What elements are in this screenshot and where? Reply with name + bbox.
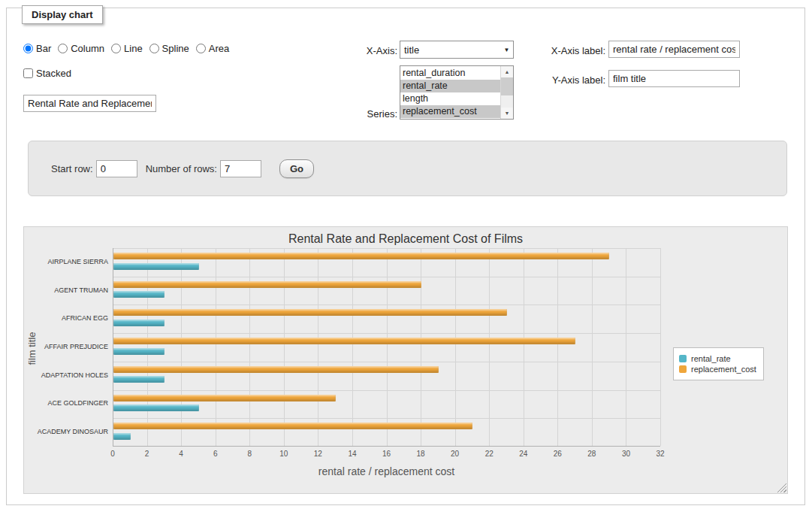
start-row-input[interactable] bbox=[96, 160, 137, 177]
resize-handle-icon[interactable] bbox=[777, 483, 786, 492]
bar-replacement_cost bbox=[113, 281, 421, 288]
bar-rental_rate bbox=[113, 376, 165, 383]
stacked-option[interactable]: Stacked bbox=[23, 68, 71, 79]
x-tick-label: 30 bbox=[614, 450, 637, 458]
chart-title-input[interactable] bbox=[23, 95, 156, 112]
category-label: ACADEMY DINOSAUR bbox=[24, 428, 108, 435]
category-label: ACE GOLDFINGER bbox=[24, 399, 108, 407]
bar-rental_rate bbox=[113, 291, 165, 298]
gridline bbox=[660, 248, 661, 446]
gridline bbox=[181, 248, 182, 446]
display-chart-panel: Display chart BarColumnLineSplineArea St… bbox=[6, 8, 805, 505]
series-listbox[interactable]: rental_durationrental_ratelengthreplacem… bbox=[400, 65, 514, 120]
bar-replacement_cost bbox=[113, 338, 575, 344]
gridline bbox=[592, 248, 593, 446]
legend-swatch-icon bbox=[679, 355, 687, 362]
x-tick-label: 22 bbox=[478, 450, 500, 458]
x-tick-label: 12 bbox=[306, 450, 329, 458]
chart-type-radio[interactable] bbox=[111, 44, 121, 53]
go-button[interactable]: Go bbox=[279, 159, 314, 178]
category-label: AFRICAN EGG bbox=[24, 314, 108, 322]
chart-type-option-line[interactable]: Line bbox=[111, 43, 143, 54]
gridline bbox=[626, 248, 626, 446]
gridline bbox=[113, 248, 660, 249]
bar-replacement_cost bbox=[113, 423, 472, 429]
legend-item[interactable]: replacement_cost bbox=[679, 365, 756, 374]
bar-replacement_cost bbox=[113, 253, 609, 259]
x-axis-label-input[interactable] bbox=[608, 41, 740, 58]
number-of-rows-input[interactable] bbox=[220, 160, 261, 177]
legend-item-label: rental_rate bbox=[691, 354, 731, 363]
chart-type-option-column[interactable]: Column bbox=[58, 43, 104, 54]
bar-replacement_cost bbox=[113, 395, 336, 401]
legend-item-label: replacement_cost bbox=[691, 365, 756, 374]
gridline bbox=[113, 418, 660, 419]
chart-type-radio[interactable] bbox=[58, 44, 68, 53]
chart-type-label: Line bbox=[124, 43, 143, 54]
chart-container: Rental Rate and Replacement Cost of Film… bbox=[23, 226, 788, 494]
gridline bbox=[489, 248, 490, 446]
bar-rental_rate bbox=[113, 348, 165, 355]
x-tick-label: 8 bbox=[238, 450, 261, 458]
gridline bbox=[113, 390, 660, 391]
gridline bbox=[113, 333, 660, 334]
chart-type-radio[interactable] bbox=[23, 44, 33, 53]
legend-swatch-icon bbox=[679, 365, 687, 373]
chart-type-option-area[interactable]: Area bbox=[196, 43, 229, 54]
gridline bbox=[113, 277, 660, 277]
x-tick-label: 10 bbox=[273, 450, 295, 458]
chart-type-label: Spline bbox=[162, 43, 189, 54]
x-axis-selected-value: title bbox=[400, 44, 500, 56]
legend-item[interactable]: rental_rate bbox=[679, 354, 756, 363]
gridline bbox=[421, 248, 421, 446]
chart-type-option-bar[interactable]: Bar bbox=[23, 43, 51, 54]
series-label: Series: bbox=[322, 108, 397, 120]
gridline bbox=[216, 248, 216, 446]
series-option[interactable]: rental_rate bbox=[400, 80, 500, 92]
bar-rental_rate bbox=[113, 320, 165, 326]
series-option[interactable]: replacement_cost bbox=[400, 105, 500, 118]
x-tick-label: 26 bbox=[546, 450, 569, 458]
y-axis-label-field-label: Y-Axis label: bbox=[488, 74, 605, 86]
bar-rental_rate bbox=[113, 404, 199, 411]
category-label: AGENT TRUMAN bbox=[24, 286, 108, 294]
chart-type-radio-group: BarColumnLineSplineArea bbox=[23, 43, 236, 54]
category-label: AFFAIR PREJUDICE bbox=[24, 343, 108, 350]
x-axis-label-field-label: X-Axis label: bbox=[488, 45, 605, 56]
bar-rental_rate bbox=[113, 263, 199, 270]
chart-type-radio[interactable] bbox=[149, 44, 159, 53]
series-option[interactable]: rental_duration bbox=[400, 67, 500, 80]
chart-legend: rental_ratereplacement_cost bbox=[673, 347, 764, 380]
series-option[interactable]: length bbox=[400, 92, 500, 105]
category-label: AIRPLANE SIERRA bbox=[24, 258, 108, 265]
x-tick-label: 2 bbox=[136, 450, 158, 458]
x-tick-label: 18 bbox=[409, 450, 432, 458]
x-tick-label: 16 bbox=[376, 450, 398, 458]
gridline bbox=[557, 248, 558, 446]
number-of-rows-label: Number of rows: bbox=[146, 163, 217, 174]
chart-type-label: Area bbox=[209, 43, 229, 54]
gridline bbox=[352, 248, 353, 446]
stacked-label: Stacked bbox=[36, 68, 71, 79]
gridline bbox=[387, 248, 388, 446]
gridline bbox=[113, 304, 660, 305]
y-axis-label-input[interactable] bbox=[608, 70, 740, 87]
x-tick-label: 6 bbox=[204, 450, 227, 458]
category-label: ADAPTATION HOLES bbox=[24, 371, 108, 379]
stacked-checkbox[interactable] bbox=[23, 68, 33, 78]
gridline bbox=[113, 362, 660, 362]
row-range-panel: Start row: Number of rows: Go bbox=[28, 141, 787, 196]
panel-title: Display chart bbox=[22, 5, 103, 24]
gridline bbox=[524, 248, 524, 446]
chart-type-label: Column bbox=[71, 43, 104, 54]
chart-type-option-spline[interactable]: Spline bbox=[149, 43, 189, 54]
plot-area bbox=[113, 248, 660, 447]
scroll-down-icon[interactable]: ▼ bbox=[501, 108, 513, 119]
x-tick-label: 4 bbox=[170, 450, 192, 458]
x-axis-title: rental rate / replacement cost bbox=[113, 465, 660, 477]
gridline bbox=[318, 248, 318, 446]
gridline bbox=[249, 248, 250, 446]
scrollbar-track[interactable] bbox=[501, 95, 513, 108]
chart-title: Rental Rate and Replacement Cost of Film… bbox=[24, 232, 787, 246]
chart-type-radio[interactable] bbox=[196, 44, 206, 53]
